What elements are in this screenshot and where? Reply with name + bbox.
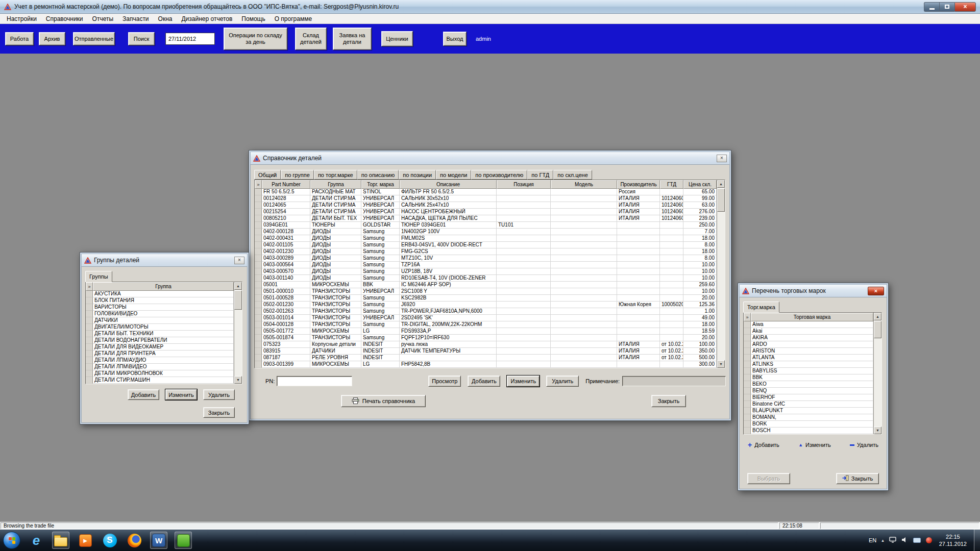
table-row[interactable]: 0502-001230 ТРАНЗИСТОРЫ Samsung J6920 Юж… [255, 302, 717, 308]
table-row[interactable]: 0903-001399 МИКРОСХЕМЫ LG FHP5842,8B 300… [255, 361, 717, 368]
delete-button[interactable]: Удалить [546, 375, 579, 387]
clock[interactable]: 22:15 27.11.2012 [939, 533, 967, 548]
table-row[interactable]: 00124028 ДЕТАЛИ СТИР.МА УНИВЕРСАЛ САЛЬНИ… [255, 195, 717, 202]
column-header[interactable]: Торговая марка [751, 313, 873, 321]
parts-stock-button[interactable]: Склад деталей [295, 28, 327, 50]
date-input[interactable] [165, 33, 215, 45]
language-indicator[interactable]: EN [869, 537, 876, 543]
list-item[interactable]: BABYLISS [744, 368, 873, 374]
list-item[interactable]: АКУСТИКА [86, 291, 234, 297]
list-item[interactable]: ДЕТАЛИ ЛПМ/АУДИО [86, 357, 234, 364]
scroll-thumb[interactable] [234, 290, 242, 310]
list-item[interactable]: Binatone СИС [744, 401, 873, 408]
column-header[interactable]: Группа [93, 282, 234, 291]
skype-icon[interactable]: S [101, 532, 118, 549]
list-item[interactable]: Aiwa [744, 321, 873, 328]
tray-app-icon[interactable] [926, 537, 932, 543]
brands-window-titlebar[interactable]: Перечень торговых марок × [739, 284, 887, 297]
menu-item[interactable]: Дизайнер отчетов [177, 14, 237, 23]
delete-button[interactable]: Удалить [848, 441, 880, 449]
keyboard-icon[interactable] [913, 538, 921, 543]
minimize-button[interactable] [924, 2, 939, 12]
table-row[interactable]: 0501-000010 ТРАНЗИСТОРЫ УНИВЕРСАЛ 2SC100… [255, 288, 717, 295]
close-window-button[interactable]: Закрыть [651, 395, 686, 407]
list-item[interactable]: ДЕТАЛИ ДЛЯ ПРИНТЕРА [86, 350, 234, 357]
list-item[interactable]: ДЕТАЛИ МИКРОВОЛНОВОК [86, 370, 234, 377]
tab[interactable]: по описанию [357, 170, 399, 180]
list-item[interactable]: ДЕТАЛИ ЛПМ\ВИДЕО [86, 364, 234, 370]
list-item[interactable]: БЛОК ПИТАНИЯ [86, 297, 234, 304]
list-item[interactable]: BIERHOF [744, 394, 873, 401]
table-row[interactable]: 087187 РЕЛЕ УРОВНЯ INDESIT ИТАЛИЯ от 10.… [255, 355, 717, 361]
parts-window-titlebar[interactable]: Справочник деталей × [250, 152, 730, 164]
table-row[interactable]: 0402-000128 ДИОДЫ Samsung 1N4002GP 100V … [255, 229, 717, 235]
table-row[interactable]: 083915 ДАТЧИКИ INDESIT ДАТЧИК ТЕМПЕРАТУР… [255, 348, 717, 355]
table-row[interactable]: 0403-000289 ДИОДЫ Samsung MTZ10C, 10V 8.… [255, 255, 717, 262]
table-row[interactable]: 0403-001140 ДИОДЫ Samsung RD10ESAB-T4, 1… [255, 275, 717, 282]
list-item[interactable]: ДЕТАЛИ ВОДОНАГРЕВАТЕЛИ [86, 337, 234, 344]
scroll-down-icon[interactable]: ▼ [874, 427, 881, 434]
table-row[interactable]: 0501-000528 ТРАНЗИСТОРЫ Samsung KSC2982B… [255, 295, 717, 302]
list-item[interactable]: ДЕТАЛИ ДЛЯ ВИДЕОКАМЕР [86, 344, 234, 350]
list-item[interactable]: ARDO [744, 341, 873, 348]
sent-button[interactable]: Отправленные [73, 32, 115, 45]
view-button[interactable]: Просмотр [428, 375, 461, 387]
add-button[interactable]: Добавить [128, 389, 159, 400]
table-row[interactable]: 00124065 ДЕТАЛИ СТИР.МА УНИВЕРСАЛ САЛЬНИ… [255, 202, 717, 209]
list-item[interactable]: ARISTON [744, 348, 873, 355]
edit-button[interactable]: ▲ Изменить [797, 441, 832, 449]
column-header[interactable]: Позиция [497, 180, 551, 189]
tab[interactable]: Общий [254, 170, 281, 180]
archive-button[interactable]: Архив [39, 32, 65, 45]
table-row[interactable]: 00805210 ДЕТАЛИ БЫТ. ТЕХ УНИВЕРСАЛ НАСАД… [255, 215, 717, 222]
pn-input[interactable] [277, 376, 352, 386]
table-row[interactable]: 075323 Корпусные детали INDESIT ручка лю… [255, 341, 717, 348]
list-item[interactable]: ATLINKS [744, 361, 873, 368]
column-header[interactable]: Part Number [262, 180, 310, 189]
explorer-icon[interactable] [52, 532, 69, 549]
column-header[interactable]: ГТД [660, 180, 683, 189]
firefox-icon[interactable] [126, 532, 143, 549]
menu-item[interactable]: Отчеты [88, 14, 118, 23]
close-icon[interactable]: × [234, 257, 244, 264]
scroll-down-icon[interactable]: ▼ [717, 360, 725, 368]
list-item[interactable]: ДЕТАЛИ БЫТ. ТЕХНИКИ [86, 331, 234, 337]
app-taskbar-icon[interactable] [175, 532, 192, 549]
table-row[interactable]: 05001 МИКРОСХЕМЫ BBK IC M62446 AFP SOP) … [255, 282, 717, 288]
vertical-scrollbar[interactable]: ▲ ▼ [873, 313, 881, 434]
tab[interactable]: Торг.марка [743, 302, 779, 313]
table-row[interactable]: 00215254 ДЕТАЛИ СТИР.МА УНИВЕРСАЛ НАСОС … [255, 209, 717, 215]
maximize-button[interactable] [939, 2, 954, 12]
close-icon[interactable]: × [868, 287, 884, 295]
list-item[interactable]: Akai [744, 328, 873, 335]
groups-window-titlebar[interactable]: Группы деталей × [81, 254, 248, 266]
tab[interactable]: по ГТД [527, 170, 553, 180]
list-item[interactable]: BBK [744, 374, 873, 381]
list-item[interactable]: BEKO [744, 381, 873, 388]
search-button[interactable]: Поиск [128, 32, 155, 45]
column-header[interactable]: Модель [551, 180, 617, 189]
table-row[interactable]: 0505-001874 ТРАНЗИСТОРЫ Samsung FQPF12P1… [255, 335, 717, 341]
hidden-icons-icon[interactable]: ▴ [881, 538, 884, 543]
parts-request-button[interactable]: Заявка на детали [333, 28, 372, 50]
tab[interactable]: по торг.марке [314, 170, 357, 180]
table-row[interactable]: 0504-000128 ТРАНЗИСТОРЫ Samsung TR-DIGIT… [255, 321, 717, 328]
close-button[interactable]: × [954, 2, 976, 12]
tab[interactable]: Группы [85, 271, 112, 282]
list-item[interactable]: BENQ [744, 388, 873, 394]
stock-ops-button[interactable]: Операции по складу за день [224, 28, 287, 50]
word-icon[interactable]: W [150, 532, 167, 549]
column-header[interactable]: Группа [310, 180, 361, 189]
edit-button[interactable]: Изменить [507, 375, 540, 387]
tab[interactable]: по производителю [471, 170, 527, 180]
menu-item[interactable]: Настройки [2, 14, 41, 23]
menu-item[interactable]: О программе [270, 14, 316, 23]
list-item[interactable]: BOMANN, [744, 414, 873, 421]
scroll-thumb[interactable] [717, 188, 725, 212]
exit-button[interactable]: Выход [443, 32, 467, 46]
work-button[interactable]: Работа [5, 32, 34, 45]
volume-icon[interactable] [901, 536, 908, 545]
close-icon[interactable]: × [717, 155, 727, 162]
column-header[interactable]: Цена скл. [683, 180, 717, 189]
list-item[interactable]: AKIRA [744, 335, 873, 341]
